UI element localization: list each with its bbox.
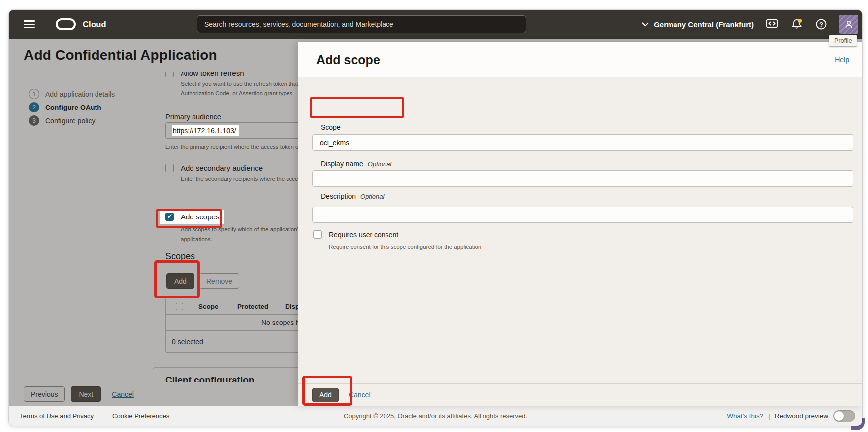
optional-hint: Optional <box>368 160 391 168</box>
terms-link[interactable]: Terms of Use and Privacy <box>20 412 94 420</box>
hamburger-menu-icon[interactable] <box>24 20 35 28</box>
add-scopes-row: Add scopes <box>160 210 224 224</box>
global-footer: Copyright © 2025, Oracle and/or its affi… <box>9 406 862 426</box>
dialog-add-button[interactable]: Add <box>312 388 339 402</box>
add-scopes-checkbox[interactable] <box>165 213 174 221</box>
display-name-label-row: Display nameOptional <box>321 159 391 168</box>
topbar-right-cluster: Germany Central (Frankfurt) ? <box>642 10 858 39</box>
dialog-title: Add scope <box>316 53 380 67</box>
top-navigation-bar: Cloud Germany Central (Frankfurt) ? <box>9 10 862 39</box>
cloud-shell-icon[interactable] <box>766 18 778 30</box>
screen: Cloud Germany Central (Frankfurt) ? <box>0 0 868 432</box>
requires-user-consent-label: Requires user consent <box>329 231 398 239</box>
scope-input[interactable] <box>312 134 853 151</box>
region-label: Germany Central (Frankfurt) <box>654 20 754 29</box>
requires-consent-help: Require consent for this scope configure… <box>329 244 482 250</box>
profile-tooltip: Profile <box>829 35 857 47</box>
help-link[interactable]: Help <box>835 56 849 64</box>
svg-text:?: ? <box>819 21 823 28</box>
description-label: Description <box>321 192 356 200</box>
profile-avatar[interactable] <box>839 15 858 34</box>
help-question-icon[interactable]: ? <box>815 18 827 30</box>
search-input[interactable] <box>197 15 526 33</box>
footer-right-cluster: What's this? | Redwood preview <box>727 410 855 422</box>
whats-this-link[interactable]: What's this? <box>727 412 763 420</box>
footer-links: Terms of Use and Privacy Cookie Preferen… <box>20 412 169 420</box>
notifications-bell-icon[interactable] <box>790 18 803 31</box>
dialog-header: Add scope Help <box>298 42 862 77</box>
requires-user-consent-checkbox[interactable] <box>313 230 322 239</box>
optional-hint: Optional <box>360 193 384 200</box>
description-label-row: DescriptionOptional <box>321 192 384 201</box>
footer-separator: | <box>768 412 770 420</box>
redwood-preview-label: Redwood preview <box>775 412 828 420</box>
requires-consent-row: Requires user consent <box>313 230 398 239</box>
dialog-footer: Add Cancel <box>298 383 862 406</box>
cookie-preferences-link[interactable]: Cookie Preferences <box>112 412 169 420</box>
scope-label: Scope <box>321 123 341 131</box>
brand-label: Cloud <box>83 20 106 29</box>
oracle-cloud-brand[interactable]: Cloud <box>56 18 106 30</box>
add-scope-dialog: Add scope Help Scope Display nameOptiona… <box>298 42 862 406</box>
display-name-label: Display name <box>321 160 363 168</box>
region-selector[interactable]: Germany Central (Frankfurt) <box>642 20 754 29</box>
browser-window: Cloud Germany Central (Frankfurt) ? <box>9 10 862 426</box>
chevron-down-icon <box>642 22 649 27</box>
primary-audience-value: https://172.16.1.103/ <box>172 125 239 136</box>
dialog-cancel-link[interactable]: Cancel <box>349 391 371 399</box>
toggle-knob <box>834 411 844 421</box>
display-name-input[interactable] <box>312 170 853 187</box>
dialog-body: Scope Display nameOptional DescriptionOp… <box>298 77 862 406</box>
description-input[interactable] <box>312 207 853 223</box>
redwood-preview-toggle[interactable] <box>833 410 855 422</box>
person-icon <box>844 19 854 29</box>
oracle-logo-icon <box>56 18 76 30</box>
add-scopes-label: Add scopes <box>181 213 219 221</box>
